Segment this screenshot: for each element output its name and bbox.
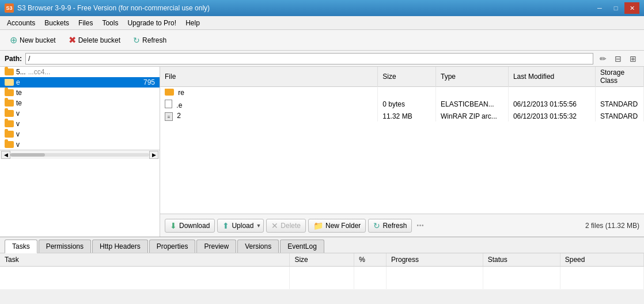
tab-preview[interactable]: Preview bbox=[196, 240, 236, 253]
menu-bar: Accounts Buckets Files Tools Upgrade to … bbox=[0, 16, 644, 30]
bucket-name: v bbox=[16, 120, 20, 128]
tab-eventlog[interactable]: EventLog bbox=[280, 240, 324, 253]
file-storage: STANDARD bbox=[596, 98, 644, 111]
bucket-item[interactable]: v bbox=[0, 139, 160, 150]
bucket-hscrollbar[interactable]: ◀ ▶ bbox=[0, 150, 160, 159]
minimize-button[interactable]: ─ bbox=[592, 2, 607, 14]
edit-path-icon[interactable]: ✏ bbox=[597, 52, 609, 65]
scroll-track bbox=[10, 153, 149, 157]
scroll-right-btn[interactable]: ▶ bbox=[149, 151, 158, 159]
bucket-item[interactable]: v bbox=[0, 119, 160, 129]
new-folder-button[interactable]: 📁 New Folder bbox=[308, 219, 366, 233]
bucket-item[interactable]: te bbox=[0, 98, 160, 108]
bucket-item[interactable]: 5... ...cc4... bbox=[0, 67, 160, 77]
tab-versions[interactable]: Versions bbox=[237, 240, 279, 253]
file-icon bbox=[165, 100, 172, 108]
menu-upgrade[interactable]: Upgrade to Pro! bbox=[123, 16, 181, 29]
bottom-table-header: Task Size % Progress Status Speed bbox=[0, 253, 644, 267]
upload-button[interactable]: ⬆ Upload ▼ bbox=[217, 219, 264, 233]
download-button[interactable]: ⬇ Download bbox=[165, 219, 215, 233]
upload-label: Upload bbox=[232, 222, 253, 230]
menu-help[interactable]: Help bbox=[181, 16, 204, 29]
scroll-left-btn[interactable]: ◀ bbox=[1, 151, 10, 159]
file-name: .e bbox=[176, 101, 182, 109]
tab-http-headers[interactable]: Http Headers bbox=[92, 240, 148, 253]
path-input[interactable] bbox=[25, 53, 593, 64]
maximize-button[interactable]: □ bbox=[608, 2, 623, 14]
bucket-name: te bbox=[16, 89, 22, 97]
refresh-path-icon[interactable]: ⊞ bbox=[627, 52, 639, 65]
menu-accounts[interactable]: Accounts bbox=[2, 16, 40, 29]
delete-bucket-icon: ✖ bbox=[69, 35, 76, 45]
bucket-name: 5... bbox=[16, 68, 26, 76]
col-file[interactable]: File bbox=[160, 67, 378, 87]
file-modified: 06/12/2013 01:55:32 bbox=[508, 111, 595, 121]
bottom-col-speed[interactable]: Speed bbox=[560, 253, 643, 267]
bucket-name: v bbox=[16, 130, 20, 138]
bottom-col-percent[interactable]: % bbox=[354, 253, 387, 267]
close-button[interactable]: ✕ bbox=[624, 2, 639, 14]
filter-icon[interactable]: ⊟ bbox=[612, 52, 624, 65]
bottom-col-task[interactable]: Task bbox=[0, 253, 290, 267]
folder-icon bbox=[5, 131, 14, 138]
bucket-suffix: ...cc4... bbox=[28, 68, 51, 76]
file-type bbox=[436, 87, 509, 98]
delete-bucket-label: Delete bucket bbox=[78, 36, 120, 44]
path-icons: ✏ ⊟ ⊞ bbox=[597, 52, 639, 65]
title-bar-left: S3 S3 Browser 3-9-9 - Free Version (for … bbox=[5, 3, 210, 13]
bucket-item[interactable]: v bbox=[0, 129, 160, 139]
bottom-table: Task Size % Progress Status Speed bbox=[0, 253, 644, 290]
file-action-toolbar: ⬇ Download ⬆ Upload ▼ ✕ Delete 📁 New Fol… bbox=[160, 214, 644, 237]
delete-icon: ✕ bbox=[271, 221, 278, 230]
refresh-files-button[interactable]: ↻ Refresh bbox=[368, 219, 412, 233]
tab-tasks[interactable]: Tasks bbox=[5, 240, 37, 253]
bucket-name: v bbox=[16, 109, 20, 117]
col-storage[interactable]: Storage Class bbox=[596, 67, 644, 87]
tab-properties[interactable]: Properties bbox=[149, 240, 196, 253]
path-bar: Path: ✏ ⊟ ⊞ bbox=[0, 51, 644, 67]
download-label: Download bbox=[179, 222, 210, 230]
bottom-col-status[interactable]: Status bbox=[483, 253, 560, 267]
file-name: 2 bbox=[177, 112, 181, 120]
delete-label: Delete bbox=[281, 222, 301, 230]
menu-tools[interactable]: Tools bbox=[97, 16, 123, 29]
upload-icon: ⬆ bbox=[222, 221, 229, 230]
tabs-bar: Tasks Permissions Http Headers Propertie… bbox=[0, 237, 644, 253]
status-cell bbox=[483, 267, 560, 290]
delete-button[interactable]: ✕ Delete bbox=[266, 219, 306, 233]
col-type[interactable]: Type bbox=[436, 67, 509, 87]
bucket-item[interactable]: e 795 bbox=[0, 77, 160, 88]
table-row[interactable]: .e 0 bytes ELASTICBEAN... 06/12/2013 01:… bbox=[160, 98, 644, 111]
col-size[interactable]: Size bbox=[378, 67, 436, 87]
refresh-bucket-button[interactable]: ↻ Refresh bbox=[128, 33, 172, 47]
folder-icon bbox=[5, 100, 14, 107]
path-label: Path: bbox=[5, 55, 22, 63]
bottom-col-size[interactable]: Size bbox=[290, 253, 354, 267]
tab-permissions[interactable]: Permissions bbox=[39, 240, 91, 253]
table-row[interactable]: ≡ 2 11.32 MB WinRAR ZIP arc... 06/12/201… bbox=[160, 111, 644, 121]
menu-files[interactable]: Files bbox=[74, 16, 97, 29]
bucket-item[interactable]: te bbox=[0, 88, 160, 98]
app-logo: S3 bbox=[5, 3, 14, 13]
menu-buckets[interactable]: Buckets bbox=[40, 16, 74, 29]
app-title: S3 Browser 3-9-9 - Free Version (for non… bbox=[17, 4, 210, 12]
bottom-panel: Task Size % Progress Status Speed bbox=[0, 253, 644, 290]
folder-icon bbox=[165, 89, 174, 96]
percent-cell bbox=[354, 267, 387, 290]
size-cell bbox=[290, 267, 354, 290]
file-toolbar-left: ⬇ Download ⬆ Upload ▼ ✕ Delete 📁 New Fol… bbox=[165, 219, 425, 233]
col-modified[interactable]: Last Modified bbox=[508, 67, 595, 87]
delete-bucket-button[interactable]: ✖ Delete bucket bbox=[63, 32, 126, 48]
folder-icon bbox=[5, 110, 14, 117]
file-type: ELASTICBEAN... bbox=[436, 98, 509, 111]
scroll-thumb bbox=[10, 153, 45, 157]
bottom-col-progress[interactable]: Progress bbox=[387, 253, 483, 267]
table-row[interactable]: re bbox=[160, 87, 644, 98]
file-name-cell: re bbox=[160, 87, 378, 98]
new-folder-label: New Folder bbox=[325, 222, 361, 230]
bucket-item[interactable]: v bbox=[0, 108, 160, 119]
files-table: File Size Type Last Modified Storage Cla… bbox=[160, 67, 644, 121]
new-bucket-button[interactable]: ⊕ New bucket bbox=[5, 32, 61, 48]
file-type: WinRAR ZIP arc... bbox=[436, 111, 509, 121]
title-bar: S3 S3 Browser 3-9-9 - Free Version (for … bbox=[0, 0, 644, 16]
